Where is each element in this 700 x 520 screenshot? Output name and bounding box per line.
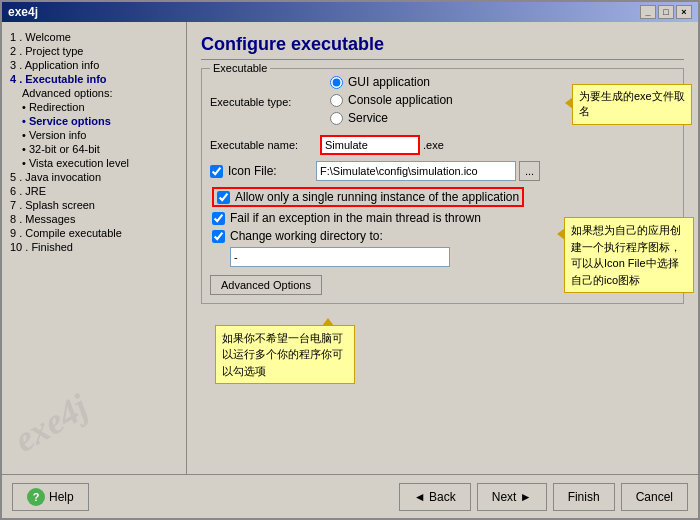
- callout-exe-name-text: 为要生成的exe文件取名: [579, 90, 685, 117]
- page-title: Configure executable: [201, 34, 684, 60]
- sidebar-item-vista[interactable]: • Vista execution level: [20, 156, 180, 170]
- close-button[interactable]: ×: [676, 5, 692, 19]
- callout-exe-name: 为要生成的exe文件取名: [572, 84, 692, 125]
- finish-button[interactable]: Finish: [553, 483, 615, 511]
- window-title: exe4j: [8, 5, 38, 19]
- sidebar-item-version-info[interactable]: • Version info: [20, 128, 180, 142]
- callout-icon-file-text: 如果想为自己的应用创建一个执行程序图标，可以从Icon File中选择自己的ic…: [571, 224, 681, 286]
- working-dir-label: Change working directory to:: [230, 229, 383, 243]
- sidebar-item-project-type[interactable]: 2 . Project type: [8, 44, 180, 58]
- sidebar-advanced-label: Advanced options:: [20, 86, 180, 100]
- radio-console-label: Console application: [348, 93, 453, 107]
- next-button[interactable]: Next ►: [477, 483, 547, 511]
- main-window: exe4j _ □ × 1 . Welcome 2 . Project type…: [0, 0, 700, 520]
- back-label: ◄ Back: [414, 490, 456, 504]
- next-label: Next ►: [492, 490, 532, 504]
- main-area: 1 . Welcome 2 . Project type 3 . Applica…: [2, 22, 698, 474]
- single-instance-checkbox[interactable]: [217, 191, 230, 204]
- help-button[interactable]: ? Help: [12, 483, 89, 511]
- icon-file-label: Icon File:: [228, 164, 316, 178]
- single-instance-label: Allow only a single running instance of …: [235, 190, 519, 204]
- title-bar: exe4j _ □ ×: [2, 2, 698, 22]
- sidebar-watermark: exe4j: [7, 385, 96, 460]
- icon-file-input[interactable]: [316, 161, 516, 181]
- radio-service-row: Service: [320, 111, 453, 125]
- fail-exception-checkbox[interactable]: [212, 212, 225, 225]
- back-button[interactable]: ◄ Back: [399, 483, 471, 511]
- callout-arrow-3: [322, 318, 334, 326]
- radio-console[interactable]: [330, 94, 343, 107]
- callout-single-instance-text: 如果你不希望一台电脑可以运行多个你的程序你可以勾选项: [222, 332, 343, 377]
- sidebar-item-java-invocation[interactable]: 5 . Java invocation: [8, 170, 180, 184]
- callout-arrow-1: [565, 97, 573, 109]
- exe-name-row: Executable name: .exe: [210, 135, 675, 155]
- advanced-options-button[interactable]: Advanced Options: [210, 275, 322, 295]
- fail-exception-label: Fail if an exception in the main thread …: [230, 211, 481, 225]
- sidebar-item-splash[interactable]: 7 . Splash screen: [8, 198, 180, 212]
- sidebar-item-executable-info[interactable]: 4 . Executable info: [8, 72, 180, 86]
- sidebar-item-finished[interactable]: 10 . Finished: [8, 240, 180, 254]
- sidebar-item-32-64-bit[interactable]: • 32-bit or 64-bit: [20, 142, 180, 156]
- sidebar-item-compile[interactable]: 9 . Compile executable: [8, 226, 180, 240]
- radio-group: GUI application Console application Serv…: [320, 75, 453, 129]
- icon-browse-button[interactable]: ...: [519, 161, 540, 181]
- sidebar-item-jre[interactable]: 6 . JRE: [8, 184, 180, 198]
- callout-single-instance: 如果你不希望一台电脑可以运行多个你的程序你可以勾选项: [215, 325, 355, 385]
- exe-ext: .exe: [423, 139, 444, 151]
- exe-name-input[interactable]: [320, 135, 420, 155]
- cancel-label: Cancel: [636, 490, 673, 504]
- cancel-button[interactable]: Cancel: [621, 483, 688, 511]
- icon-file-row: Icon File: ...: [210, 161, 675, 181]
- sidebar-item-messages[interactable]: 8 . Messages: [8, 212, 180, 226]
- content-area: Configure executable Executable Executab…: [187, 22, 698, 474]
- finish-label: Finish: [568, 490, 600, 504]
- radio-gui[interactable]: [330, 76, 343, 89]
- help-label: Help: [49, 490, 74, 504]
- sidebar: 1 . Welcome 2 . Project type 3 . Applica…: [2, 22, 187, 474]
- sidebar-advanced-options: Advanced options: • Redirection • Servic…: [8, 86, 180, 170]
- sidebar-item-service-options[interactable]: • Service options: [20, 114, 180, 128]
- radio-service[interactable]: [330, 112, 343, 125]
- icon-file-checkbox[interactable]: [210, 165, 223, 178]
- single-instance-row: Allow only a single running instance of …: [212, 187, 524, 207]
- help-icon: ?: [27, 488, 45, 506]
- minimize-button[interactable]: _: [640, 5, 656, 19]
- working-dir-input[interactable]: [230, 247, 450, 267]
- group-legend: Executable: [210, 62, 270, 74]
- radio-gui-row: GUI application: [320, 75, 453, 89]
- window-controls: _ □ ×: [640, 5, 692, 19]
- bottom-bar: ? Help ◄ Back Next ► Finish Cancel: [2, 474, 698, 518]
- working-dir-checkbox[interactable]: [212, 230, 225, 243]
- radio-gui-label: GUI application: [348, 75, 430, 89]
- radio-service-label: Service: [348, 111, 388, 125]
- callout-arrow-2: [557, 228, 565, 240]
- sidebar-item-redirection[interactable]: • Redirection: [20, 100, 180, 114]
- maximize-button[interactable]: □: [658, 5, 674, 19]
- sidebar-item-app-info[interactable]: 3 . Application info: [8, 58, 180, 72]
- executable-type-label: Executable type:: [210, 96, 320, 108]
- radio-console-row: Console application: [320, 93, 453, 107]
- sidebar-item-welcome[interactable]: 1 . Welcome: [8, 30, 180, 44]
- callout-icon-file: 如果想为自己的应用创建一个执行程序图标，可以从Icon File中选择自己的ic…: [564, 217, 694, 293]
- exe-name-label: Executable name:: [210, 139, 320, 151]
